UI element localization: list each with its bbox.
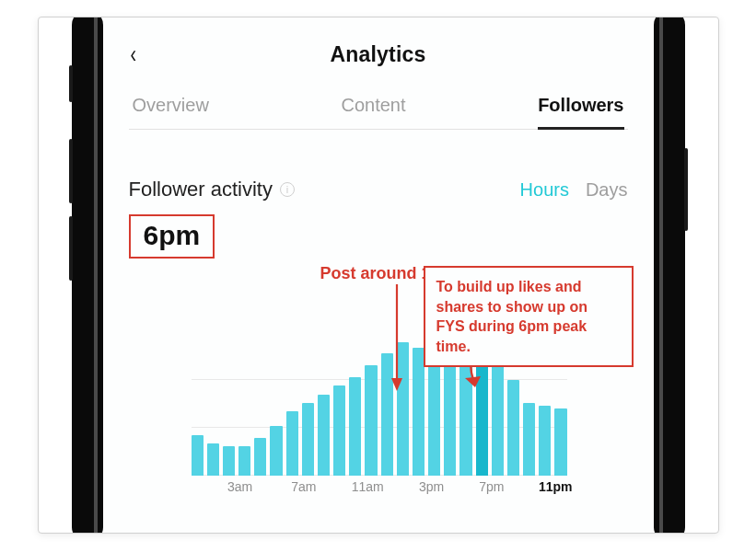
chart-bar[interactable] xyxy=(207,443,219,476)
chart-bar[interactable] xyxy=(507,380,519,476)
page-title: Analytics xyxy=(330,42,425,67)
phone-frame-right xyxy=(654,17,685,534)
follower-activity-label: Follower activity xyxy=(129,178,273,201)
screenshot-card: ‹ Analytics Overview Content Followers F… xyxy=(38,17,719,534)
toggle-hours[interactable]: Hours xyxy=(520,179,569,201)
chart-bar[interactable] xyxy=(381,353,393,476)
tab-followers[interactable]: Followers xyxy=(538,95,623,130)
info-icon[interactable]: i xyxy=(280,182,295,197)
tab-content[interactable]: Content xyxy=(341,95,405,130)
chart-bar[interactable] xyxy=(286,411,298,476)
x-tick-label: 11am xyxy=(352,479,384,494)
x-tick-label: 7pm xyxy=(479,479,504,494)
x-tick-label: 3pm xyxy=(419,479,444,494)
chart-bar[interactable] xyxy=(223,446,235,476)
tab-overview[interactable]: Overview xyxy=(133,95,209,130)
chart-bar[interactable] xyxy=(254,438,266,476)
x-tick-label: 7am xyxy=(291,479,316,494)
chart-bar[interactable] xyxy=(270,426,282,476)
chart-bar[interactable] xyxy=(318,395,330,476)
back-button[interactable]: ‹ xyxy=(130,40,136,69)
phone-frame-left xyxy=(72,17,103,534)
follower-activity-row: Follower activity i Hours Days xyxy=(129,178,628,201)
chart-bar[interactable] xyxy=(523,403,535,476)
header: ‹ Analytics xyxy=(129,38,628,71)
chart-bar[interactable] xyxy=(192,435,204,476)
chart-bar[interactable] xyxy=(365,365,377,476)
tabs: Overview Content Followers xyxy=(129,95,628,130)
toggle-days[interactable]: Days xyxy=(586,179,628,201)
x-tick-label: 11pm xyxy=(539,479,573,494)
chart-bar[interactable] xyxy=(302,403,314,476)
chart-bar[interactable] xyxy=(349,377,361,476)
chart-bar[interactable] xyxy=(333,385,345,476)
phone-screen: ‹ Analytics Overview Content Followers F… xyxy=(103,17,654,533)
x-tick-label: 3am xyxy=(227,479,252,494)
chart-bar[interactable] xyxy=(554,408,566,476)
chart-bar[interactable] xyxy=(539,406,551,476)
chart-bar[interactable] xyxy=(238,446,250,476)
time-toggle: Hours Days xyxy=(520,179,628,201)
peak-time-highlight: 6pm xyxy=(129,214,215,259)
chart-bar[interactable] xyxy=(397,342,409,476)
annotation-explain-box: To build up likes and shares to show up … xyxy=(424,266,634,367)
